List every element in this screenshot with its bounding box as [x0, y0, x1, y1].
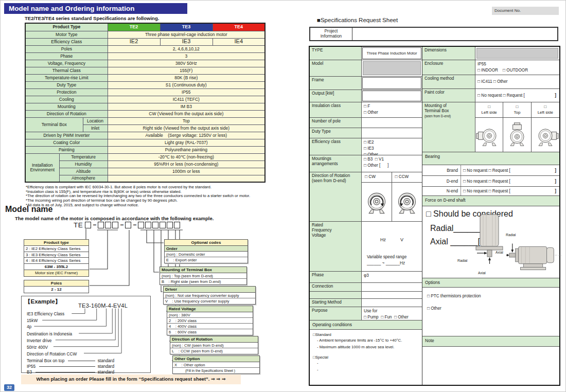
model-code-prefix: TE	[74, 221, 83, 229]
code-box	[105, 222, 111, 228]
code-box	[145, 222, 151, 228]
pole-label: Number of pole	[310, 118, 362, 128]
spec-cell: Three phase squirrel-cage induction moto…	[108, 31, 265, 38]
paint-bracket-close: ]	[555, 93, 559, 98]
purpose-label: Purpose	[310, 307, 362, 320]
frequency-voltage-input[interactable]: HzV Variable speed range ______ ~ ______…	[362, 222, 422, 271]
cw-checkbox[interactable]: □ CW	[362, 172, 392, 183]
product-type-box: Product type 2 : IE2 Efficiency Class Se…	[24, 239, 89, 264]
ptc-checkbox[interactable]: □ PTC thermistors protection	[427, 294, 559, 298]
example-standard-label: IP55	[27, 364, 36, 369]
spec-header-series: TE4	[213, 23, 265, 31]
insulation-checkboxes[interactable]: □ F □ Other	[362, 102, 422, 116]
spec-row: Motor TypeThree phase squirrel-cage indu…	[25, 31, 265, 38]
enclosure-checkboxes[interactable]: IP55 □ INDOOR □ OUTDOOR	[475, 60, 559, 74]
axial-arrow-label: Axial	[478, 271, 486, 275]
spec-cell	[108, 175, 265, 182]
spec-row: Altitude1000m or less	[25, 168, 265, 175]
radial-arrow-label: Radial	[457, 259, 467, 262]
option-row: B : Right side (seen from D-end)	[160, 279, 246, 284]
spec-sub-label: Humidity	[59, 161, 108, 168]
note-header: Note	[422, 336, 559, 346]
dimensions-label: Dimensions	[422, 47, 475, 60]
motor-size-label: Motor size (IEC Frame)	[24, 270, 89, 276]
option-row: E : Export order	[165, 257, 247, 263]
code-box	[174, 222, 180, 228]
ccw-checkbox[interactable]: □ CCW	[392, 172, 422, 183]
duty-input[interactable]	[362, 128, 422, 138]
spec-sub-label: Location	[83, 117, 108, 124]
terminal-option-right[interactable]: □Left side	[532, 102, 559, 117]
spec-cell: IM B3	[108, 103, 265, 110]
spec-cell: IC411 (TEFC)	[108, 96, 265, 103]
spec-cell: Polyurethane painting	[108, 146, 265, 153]
blank-input[interactable]	[362, 292, 422, 298]
option-row: X : Other option	[173, 362, 259, 368]
cw-motor-icon	[362, 183, 392, 221]
spec-header-product-type: Product Type	[25, 23, 108, 31]
spec-row: Installation EnvironmentTemperature-20℃ …	[25, 153, 265, 161]
code-box	[125, 222, 131, 228]
form-right-column: Dimensions Enclosure IP55 □ INDOOR □ OUT…	[422, 47, 559, 385]
mountings-label: Mountings arrangements	[310, 155, 362, 172]
horizontal-motor-icon	[506, 236, 562, 275]
terminal-option-left[interactable]: □Left side	[475, 102, 503, 117]
terminal-option-top[interactable]: □Top	[503, 102, 531, 117]
checkbox-icon[interactable]: □	[475, 103, 503, 110]
option-row: L : CCW (seen from D-end)	[170, 348, 258, 354]
blank-label	[310, 292, 362, 298]
terminal-mounting-label-small: (seen from D-end)	[424, 114, 451, 118]
output-label: Output [kW]	[310, 90, 362, 102]
spec-cell: Light gray (RAL-7037)	[108, 139, 265, 146]
bearing-brand-checkboxes[interactable]: □ No request □ Request [	[463, 168, 510, 173]
cooling-checkboxes[interactable]: □ IC411 □ Other	[475, 75, 559, 85]
mountings-checkboxes[interactable]: □ B3 □ V1 □ Other [ ]	[362, 155, 422, 169]
option-box-header: Direction of Rotation	[170, 336, 258, 343]
special-checkbox[interactable]: □Special	[313, 355, 422, 360]
spec-row: PaintingPolyurethane painting	[25, 146, 265, 153]
connection-input[interactable]	[362, 283, 422, 291]
footnotes: *Efficiency class is compliant with IEC …	[26, 185, 250, 207]
checkbox-icon[interactable]: □	[503, 103, 530, 110]
spec-cell: 80K (B rise)	[108, 74, 265, 81]
checkbox-icon[interactable]: □	[532, 103, 559, 110]
axial-arrow-label: Axial	[496, 251, 503, 254]
spec-row-label: Efficiency Class	[25, 38, 108, 45]
spec-row-label: Temperature-rise Limit	[25, 74, 108, 81]
dimensions-gray-box	[476, 48, 558, 59]
starting-method-input[interactable]	[362, 299, 422, 307]
bearing-brand-row: Brand□ No request □ Request []	[422, 165, 559, 175]
option-row: V : Use frequency converter supply	[164, 298, 255, 304]
variable-speed-range-input[interactable]: ______ ~ ______Hz	[362, 261, 422, 265]
output-input[interactable]	[362, 91, 421, 101]
document-no-field[interactable]: Document No.	[492, 7, 559, 15]
enclosure-label: Enclosure	[422, 60, 475, 75]
bearing-dend-checkboxes[interactable]: □ No request □ Request [	[463, 179, 510, 184]
spec-header-series: TE2	[108, 23, 160, 31]
paint-checkboxes[interactable]: □ No request □ Request [	[477, 93, 525, 98]
other-option-checkbox[interactable]: □ Other	[427, 306, 559, 311]
pole-input[interactable]	[362, 118, 422, 128]
phase-value: φ3	[362, 272, 422, 279]
frame-input[interactable]	[362, 77, 421, 89]
footnote: *All data is as of July, 2015, and subje…	[26, 203, 250, 208]
operating-conditions-box[interactable]: □Standard - Ambient temperature limits a…	[310, 330, 422, 385]
spec-sub-label: Temperature	[59, 153, 108, 161]
project-information-input[interactable]	[352, 28, 557, 40]
example-standard-label: B3	[27, 369, 32, 375]
page-number-badge: 32	[4, 384, 14, 391]
spec-cell: Available (Serge voltage: 1250V or less)	[108, 132, 265, 139]
purpose-checkboxes[interactable]: Use for □ Pump □ Fun □ Other	[362, 307, 422, 320]
option-row: (non) : CW (seen from D-end)	[170, 343, 258, 348]
ccw-column: □ CCW	[392, 172, 422, 221]
bearing-nend-checkboxes[interactable]: □ No request □ Request [	[463, 189, 510, 193]
spec-cell: Right side (Viewed from the output axis …	[108, 124, 265, 132]
spec-row: Poles2, 4,6,8,10,12	[25, 45, 265, 52]
standard-checkbox[interactable]: □Standard	[313, 332, 422, 337]
note-input[interactable]	[422, 347, 559, 385]
spec-row: ProtectionIP55	[25, 88, 265, 96]
spec-row-label: Cooling	[25, 96, 108, 103]
spec-table: Product TypeTE2TE3TE4Motor TypeThree pha…	[25, 23, 266, 183]
motor-terminal-top-icon	[503, 118, 531, 152]
spec-row: Driven by PWM InverterAvailable (Serge v…	[25, 132, 265, 139]
